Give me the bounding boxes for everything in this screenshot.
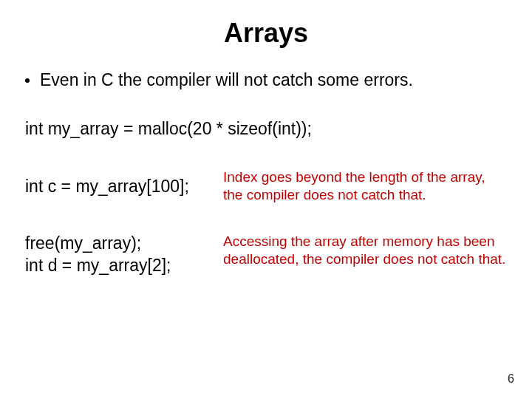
note-use-after-free: Accessing the array after memory has bee… (223, 233, 507, 268)
example-row-1: int c = my_array[100]; Index goes beyond… (25, 168, 507, 204)
bullet-dot-icon (25, 78, 30, 83)
code-line-malloc: int my_array = malloc(20 * sizeof(int)); (25, 119, 507, 139)
page-number: 6 (508, 372, 514, 386)
example-row-2: free(my_array); int d = my_array[2]; Acc… (25, 233, 507, 277)
slide: Arrays Even in C the compiler will not c… (0, 0, 532, 399)
code-use-after-free: free(my_array); int d = my_array[2]; (25, 233, 223, 277)
code-line-access-after-free: int d = my_array[2]; (25, 255, 223, 277)
bullet-text: Even in C the compiler will not catch so… (40, 69, 413, 91)
bullet-item: Even in C the compiler will not catch so… (25, 69, 507, 91)
slide-title: Arrays (25, 18, 507, 49)
note-index-out-of-bounds: Index goes beyond the length of the arra… (223, 168, 507, 204)
code-index-out-of-bounds: int c = my_array[100]; (25, 168, 223, 198)
code-line-free: free(my_array); (25, 233, 223, 255)
